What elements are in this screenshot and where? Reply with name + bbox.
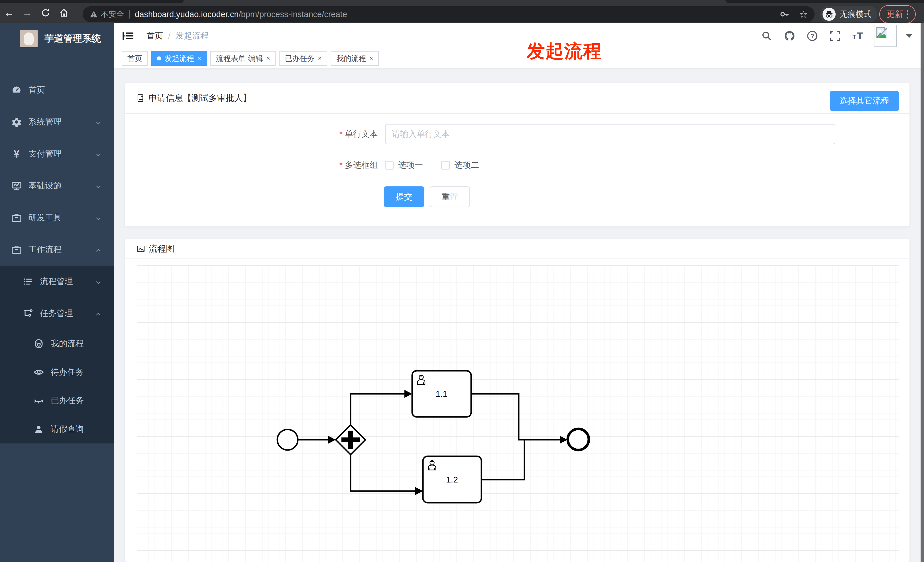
checkbox-option-2[interactable]: 选项二 (441, 160, 479, 171)
warning-icon (90, 10, 98, 18)
checkbox-group: 选项一 选项二 (385, 160, 479, 171)
user-task-1-2[interactable]: 1.2 (423, 456, 482, 503)
checkbox-icon[interactable] (385, 161, 394, 169)
chevron-down-icon (95, 184, 102, 190)
svg-text:T: T (852, 33, 856, 40)
sidebar-item-label: 待办任务 (51, 367, 84, 378)
fullscreen-icon[interactable] (828, 29, 842, 43)
sidebar-item-my-process[interactable]: 我的流程 (0, 330, 114, 358)
sidebar-item-label: 请假查询 (51, 424, 84, 435)
svg-text:?: ? (810, 33, 814, 40)
sidebar-menu: 首页 系统管理 ¥ 支付管理 基础设施 研发工具 (0, 74, 114, 444)
tag-home[interactable]: 首页 (122, 51, 148, 66)
bpmn-diagram: 1.1 1.2 (137, 265, 898, 562)
avatar-caret-icon[interactable] (906, 34, 913, 38)
sidebar: 芋道管理系统 首页 系统管理 ¥ 支付管理 基础设施 (0, 23, 114, 562)
sidebar-item-label: 基础设施 (28, 180, 62, 192)
security-chip[interactable]: 不安全 (90, 9, 124, 19)
browser-chrome: ← → 不安全 dashboard.yudao.iocoder.cn/bpm/p… (0, 0, 924, 23)
dashboard-icon (10, 84, 23, 96)
user-avatar[interactable] (874, 25, 897, 47)
checkbox-icon[interactable] (441, 161, 450, 169)
flow-icon (22, 307, 34, 320)
tag-process-form-edit[interactable]: 流程表单-编辑× (210, 51, 276, 66)
eye-off-icon (33, 394, 45, 407)
close-icon[interactable]: × (267, 55, 270, 62)
sidebar-item-workflow[interactable]: 工作流程 (0, 234, 114, 265)
apply-info-header: 申请信息【测试多审批人】 选择其它流程 (125, 83, 909, 114)
page-header: 首页 / 发起流程 ? TT (114, 23, 924, 49)
close-icon[interactable]: × (369, 55, 373, 62)
sidebar-item-dev-tools[interactable]: 研发工具 (0, 202, 114, 234)
form-actions: 提交 重置 (384, 186, 909, 207)
sidebar-item-leave-query[interactable]: 请假查询 (0, 415, 114, 444)
help-icon[interactable]: ? (806, 29, 819, 43)
sidebar-toggle-icon[interactable] (122, 29, 135, 43)
chevron-down-icon (95, 151, 102, 158)
flow-task1-end (471, 394, 560, 440)
single-line-text-input[interactable] (385, 124, 836, 144)
page-overlay-title: 发起流程 (527, 39, 602, 64)
eye-icon (33, 366, 45, 378)
url-bar[interactable]: 不安全 dashboard.yudao.iocoder.cn/bpm/proce… (82, 6, 814, 22)
update-button[interactable]: 更新 (879, 5, 916, 23)
checkbox-group-label: *多选框组 (125, 160, 378, 171)
sidebar-item-infrastructure[interactable]: 基础设施 (0, 170, 114, 202)
flow-diagram-card: 流程图 (124, 239, 910, 562)
sidebar-item-label: 研发工具 (28, 212, 62, 223)
page-scrollbar[interactable] (921, 23, 924, 562)
font-size-icon[interactable]: TT (851, 29, 865, 43)
sidebar-item-label: 首页 (28, 84, 45, 96)
forward-icon[interactable]: → (18, 5, 36, 21)
breadcrumb-home[interactable]: 首页 (147, 30, 163, 42)
flow-task2-join (482, 440, 524, 480)
bpmn-canvas[interactable]: 1.1 1.2 (137, 265, 898, 562)
bookmark-star-icon[interactable]: ☆ (799, 9, 808, 20)
apply-form: *单行文本 *多选框组 选项一 选项二 提交 重置 (125, 114, 909, 207)
sidebar-item-home[interactable]: 首页 (0, 74, 114, 106)
tag-create-process[interactable]: 发起流程× (152, 51, 207, 66)
document-icon (136, 93, 146, 103)
home-icon[interactable] (55, 5, 73, 21)
close-icon[interactable]: × (198, 55, 201, 62)
chevron-up-icon (95, 311, 102, 318)
url-path: /bpm/process-instance/create (238, 10, 347, 19)
sidebar-item-todo-tasks[interactable]: 待办任务 (0, 358, 114, 387)
start-event[interactable] (278, 430, 298, 450)
browser-toolbar: ← → 不安全 dashboard.yudao.iocoder.cn/bpm/p… (0, 3, 924, 23)
browser-active-tab[interactable] (182, 0, 727, 3)
sidebar-item-label: 支付管理 (28, 148, 62, 160)
active-dot (157, 57, 161, 60)
checkbox-option-1[interactable]: 选项一 (385, 160, 423, 171)
browser-menu-icon[interactable] (907, 10, 908, 18)
sidebar-item-payment[interactable]: ¥ 支付管理 (0, 138, 114, 170)
sidebar-item-task-mgmt[interactable]: 任务管理 (0, 298, 114, 330)
reset-button[interactable]: 重置 (430, 186, 470, 207)
form-row-checkbox-group: *多选框组 选项一 选项二 (125, 160, 909, 171)
main-area: 首页 / 发起流程 ? TT 发起流程 首页 发起流程× 流程表单-编辑× 已办… (114, 23, 924, 562)
sidebar-logo-row[interactable]: 芋道管理系统 (0, 23, 114, 50)
end-event[interactable] (568, 429, 589, 450)
user-task-1-1[interactable]: 1.1 (412, 371, 471, 417)
breadcrumb: 首页 / 发起流程 (147, 30, 208, 42)
sidebar-item-system[interactable]: 系统管理 (0, 106, 114, 138)
choose-other-process-button[interactable]: 选择其它流程 (830, 91, 899, 111)
required-mark: * (339, 160, 343, 169)
tag-my-process[interactable]: 我的流程× (331, 51, 379, 66)
sidebar-item-done-tasks[interactable]: 已办任务 (0, 387, 114, 415)
tag-done-tasks[interactable]: 已办任务× (279, 51, 327, 66)
sidebar-item-process-mgmt[interactable]: 流程管理 (0, 265, 114, 298)
search-icon[interactable] (760, 29, 774, 43)
parallel-gateway[interactable] (336, 425, 365, 454)
app-logo-avatar (20, 30, 38, 47)
reload-icon[interactable] (36, 5, 55, 21)
broken-image-icon (876, 27, 888, 39)
text-field-label: *单行文本 (125, 129, 378, 140)
github-icon[interactable] (783, 29, 796, 43)
back-icon[interactable]: ← (0, 5, 18, 21)
close-icon[interactable]: × (318, 55, 321, 62)
sidebar-item-label: 流程管理 (40, 276, 73, 287)
submit-button[interactable]: 提交 (384, 186, 424, 207)
key-icon[interactable] (779, 9, 789, 19)
chevron-down-icon (95, 216, 102, 222)
